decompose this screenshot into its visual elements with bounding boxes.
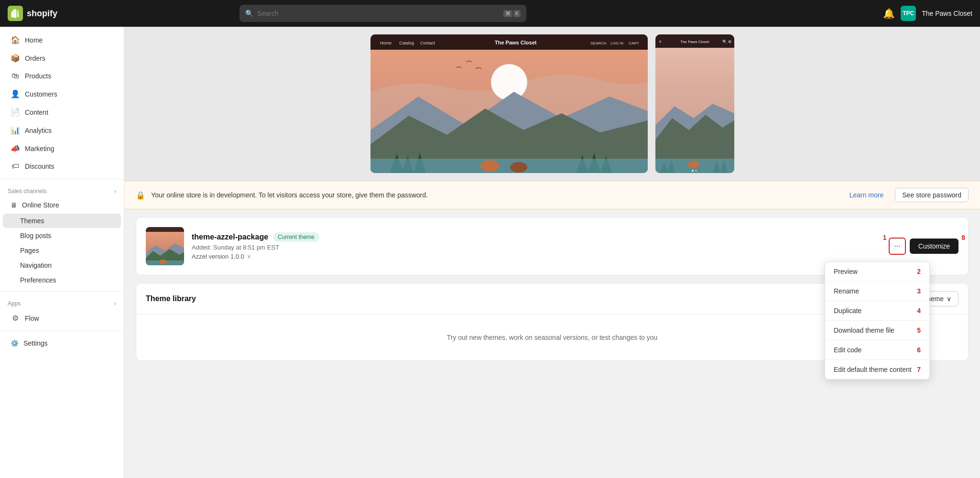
search-bar[interactable]: 🔍 ⌘ K (240, 5, 526, 22)
svg-text:🔍: 🔍 (722, 39, 727, 44)
apps-label: Apps (8, 300, 21, 307)
search-kbd: ⌘ K (503, 10, 521, 17)
theme-version[interactable]: Azzel version 1.0.0 ∨ (192, 253, 881, 260)
sidebar-label-flow: Flow (25, 315, 39, 322)
sidebar-item-pages[interactable]: Pages (3, 243, 121, 258)
svg-text:≡: ≡ (659, 40, 662, 44)
svg-text:Contact: Contact (420, 41, 436, 45)
logo[interactable]: shopify (8, 6, 57, 21)
sidebar-item-online-store[interactable]: 🖥 Online Store (3, 197, 121, 213)
current-theme-badge: Current theme (273, 232, 319, 242)
marketing-icon: 📣 (11, 144, 20, 153)
sidebar-label-home: Home (25, 36, 43, 44)
sidebar-item-home[interactable]: 🏠 Home (3, 31, 121, 49)
sidebar-label-products: Products (25, 72, 51, 80)
svg-rect-17 (370, 159, 648, 173)
sidebar: 🏠 Home 📦 Orders 🛍 Products 👤 Customers 📄… (0, 27, 124, 478)
customers-icon: 👤 (11, 89, 20, 98)
sidebar-item-orders[interactable]: 📦 Orders (3, 49, 121, 67)
rename-num: 3 (917, 287, 921, 295)
dropdown-rename[interactable]: Rename 3 (825, 282, 929, 301)
svg-text:CART: CART (629, 41, 639, 45)
more-options-button[interactable]: 1 ··· (889, 238, 906, 255)
sidebar-item-analytics[interactable]: 📊 Analytics (3, 121, 121, 139)
avatar[interactable]: TPC (901, 6, 916, 21)
lock-icon: 🔒 (136, 191, 145, 200)
apps-chevron[interactable]: › (114, 300, 116, 307)
sidebar-item-content[interactable]: 📄 Content (3, 103, 121, 121)
theme-name-row: theme-azzel-package Current theme (192, 232, 881, 242)
svg-text:SEARCH: SEARCH (590, 41, 607, 45)
theme-added-date: Added: Sunday at 8:51 pm EST (192, 244, 881, 251)
dropdown-menu: Preview 2 Rename 3 Duplicate 4 Downloa (825, 261, 930, 380)
dropdown-duplicate[interactable]: Duplicate 4 (825, 301, 929, 321)
sidebar-item-discounts[interactable]: 🏷 Discounts (3, 158, 121, 175)
svg-point-34 (688, 161, 699, 168)
dropdown-download[interactable]: Download theme file 5 (825, 321, 929, 340)
theme-name: theme-azzel-package (192, 233, 268, 241)
customize-button[interactable]: Customize 8 (910, 239, 958, 254)
sidebar-label-themes: Themes (20, 217, 44, 225)
cmd-key: ⌘ (503, 10, 512, 17)
sidebar-divider (0, 179, 124, 179)
bell-icon[interactable]: 🔔 (883, 8, 895, 19)
add-theme-chevron-icon: ∨ (947, 295, 951, 303)
sidebar-item-settings[interactable]: ⚙️ Settings (3, 335, 121, 351)
sidebar-label-pages: Pages (20, 247, 39, 254)
sidebar-item-customers[interactable]: 👤 Customers (3, 85, 121, 103)
svg-point-10 (491, 64, 527, 100)
k-key: K (513, 10, 521, 17)
sales-channels-label: Sales channels (8, 188, 46, 195)
sales-channels-section: Sales channels › (0, 183, 124, 196)
password-banner-text: Your online store is in development. To … (151, 191, 844, 199)
edit-code-label: Edit code (834, 346, 861, 354)
sidebar-item-blog-posts[interactable]: Blog posts (3, 228, 121, 243)
see-store-password-button[interactable]: See store password (895, 188, 969, 202)
sidebar-item-themes[interactable]: Themes (3, 214, 121, 228)
main-layout: 🏠 Home 📦 Orders 🛍 Products 👤 Customers 📄… (0, 27, 980, 478)
library-title: Theme library (146, 294, 196, 303)
svg-rect-38 (146, 227, 184, 232)
password-banner: 🔒 Your online store is in development. T… (124, 181, 980, 209)
sidebar-label-blog-posts: Blog posts (20, 232, 51, 239)
theme-thumbnail (146, 227, 184, 265)
more-btn-number: 1 (883, 234, 887, 241)
theme-actions: 1 ··· Customize 8 Preview 2 (889, 238, 958, 255)
store-name: The Paws Closet (922, 10, 972, 17)
svg-text:The Paws Closet: The Paws Closet (680, 40, 709, 44)
edit-default-label: Edit default theme content (834, 366, 912, 373)
sidebar-label-orders: Orders (25, 54, 45, 62)
settings-icon: ⚙️ (11, 339, 19, 347)
home-icon: 🏠 (11, 35, 20, 44)
customize-btn-number: 8 (961, 234, 965, 241)
edit-code-num: 6 (917, 346, 921, 354)
edit-default-num: 7 (917, 366, 921, 373)
sidebar-item-flow[interactable]: ⚙ Flow (3, 309, 121, 327)
discounts-icon: 🏷 (11, 162, 20, 171)
dropdown-edit-default[interactable]: Edit default theme content 7 (825, 360, 929, 379)
library-empty-text: Try out new themes, work on seasonal ver… (447, 334, 658, 341)
desktop-preview-svg: Home Catalog Contact The Paws Closet SEA… (370, 34, 648, 173)
logo-text: shopify (27, 9, 57, 19)
search-input[interactable] (257, 10, 500, 17)
sales-channels-chevron[interactable]: › (114, 188, 116, 195)
svg-point-19 (510, 162, 527, 173)
svg-text:Catalog: Catalog (399, 41, 414, 45)
preview-label: Preview (834, 268, 858, 275)
mobile-preview-svg: ≡ The Paws Closet 🔍 ⚙ (655, 34, 734, 173)
svg-text:The Paws Closet: The Paws Closet (495, 40, 537, 45)
sidebar-item-navigation[interactable]: Navigation (3, 258, 121, 272)
rename-label: Rename (834, 287, 859, 295)
learn-more-link[interactable]: Learn more (849, 191, 884, 199)
svg-point-40 (159, 260, 167, 264)
sidebar-item-marketing[interactable]: 📣 Marketing (3, 140, 121, 157)
svg-point-35 (692, 170, 694, 172)
theme-card: theme-azzel-package Current theme Added:… (136, 217, 968, 275)
dropdown-preview[interactable]: Preview 2 (825, 262, 929, 282)
version-chevron-icon: ∨ (247, 253, 251, 260)
preview-num: 2 (917, 268, 921, 275)
sidebar-item-products[interactable]: 🛍 Products (3, 67, 121, 85)
duplicate-num: 4 (917, 307, 921, 315)
sidebar-item-preferences[interactable]: Preferences (3, 273, 121, 287)
dropdown-edit-code[interactable]: Edit code 6 (825, 340, 929, 360)
